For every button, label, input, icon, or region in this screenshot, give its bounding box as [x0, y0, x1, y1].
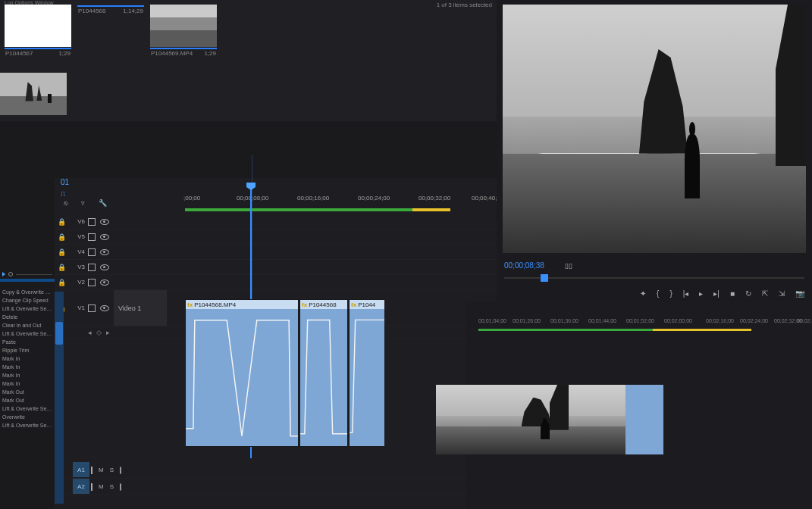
video-clip[interactable]: fxP1044568 [299, 299, 348, 447]
lock-icon[interactable]: 🔒 [55, 218, 68, 226]
sync-lock-icon[interactable] [88, 248, 96, 256]
lock-icon[interactable]: 🔒 [55, 264, 68, 271]
menu-item[interactable]: Clear In and Out [0, 321, 55, 329]
mute-button[interactable]: M [99, 467, 104, 473]
track-row[interactable]: 🔒V5 [55, 230, 497, 245]
track-row[interactable]: 🔒V3 [55, 260, 497, 275]
menu-item[interactable]: Mark Out [0, 388, 55, 396]
sync-lock-icon[interactable] [91, 467, 92, 474]
secondary-clip[interactable] [436, 385, 663, 454]
linked-selection-icon[interactable]: ⎋ [64, 199, 67, 207]
add-marker-icon[interactable]: ✦ [640, 289, 646, 298]
sync-lock-icon[interactable] [88, 233, 96, 241]
lift-icon[interactable]: ⇱ [762, 289, 768, 298]
menu-item[interactable]: Mark In [0, 363, 55, 371]
ruler-tick: 00;02;24;00 [740, 318, 768, 323]
lock-icon[interactable]: 🔒 [55, 279, 68, 286]
timeline-timecode[interactable]: 01 ⎍ [61, 178, 69, 198]
sync-lock-icon[interactable] [91, 483, 92, 491]
eye-icon[interactable] [100, 234, 109, 240]
eye-icon[interactable] [100, 219, 109, 225]
video-clip[interactable]: fxP1044 [349, 299, 385, 447]
audio-track-row[interactable]: M S [55, 479, 497, 495]
voiceover-icon[interactable] [120, 483, 121, 491]
track-label: V4 [68, 248, 88, 255]
program-timecode[interactable]: 00;00;08;38 [504, 261, 544, 270]
track-row[interactable]: 🔒V2 [55, 275, 497, 290]
audio-target[interactable]: A2 [73, 479, 89, 494]
selection-count: 1 of 3 items selected [437, 2, 492, 8]
menu-item[interactable]: Mark In [0, 371, 55, 379]
settings-icon[interactable]: 🔧 [99, 199, 107, 207]
menu-item[interactable]: Lift & Overwrite Selection [0, 304, 55, 313]
next-keyframe-icon[interactable]: ▸ [106, 329, 110, 336]
voiceover-icon[interactable] [120, 467, 121, 474]
eye-icon[interactable] [100, 264, 109, 270]
track-row[interactable]: 🔒V6 [55, 214, 497, 230]
sync-lock-icon[interactable] [88, 264, 96, 271]
context-menu-header [0, 279, 55, 282]
shortcut-search[interactable] [0, 270, 55, 279]
fx-badge-icon: fx [187, 301, 193, 308]
menu-item[interactable]: Lift & Overwrite Selection [0, 404, 55, 413]
lock-icon[interactable]: 🔒 [55, 248, 68, 256]
add-keyframe-icon[interactable]: ◇ [96, 329, 102, 336]
menu-item[interactable]: Change Clip Speed [0, 296, 55, 304]
mark-in-icon[interactable]: { [657, 289, 659, 298]
stop-icon[interactable]: ■ [730, 289, 735, 298]
step-back-icon[interactable]: |◂ [683, 289, 689, 298]
menu-item[interactable]: Ripple Trim [0, 346, 55, 354]
ruler-tick: 00;00;16;00 [297, 195, 329, 201]
play-icon[interactable]: ▸ [699, 289, 703, 298]
menu-item[interactable]: Mark In [0, 354, 55, 363]
export-frame-icon[interactable]: 📷 [795, 289, 804, 298]
audio-target[interactable]: A1 [73, 462, 89, 477]
time-remap-curve[interactable] [300, 309, 347, 443]
program-playhead[interactable] [541, 274, 548, 282]
track-height-slider[interactable] [55, 292, 64, 504]
lock-icon[interactable]: 🔒 [55, 233, 68, 241]
timeline-panel: 01 ⎍ ⎋ ▿ 🔧 ;00;00 00;00;08;00 00;00;16;0… [55, 178, 497, 509]
thumbnail-image [5, 5, 71, 47]
secondary-ruler[interactable]: 00;01;04;00 00;01;28;00 00;01;36;00 00;0… [478, 318, 804, 329]
track-row[interactable]: 🔒V4 [55, 245, 497, 260]
ruler-tick: 00;00;08;00 [237, 195, 268, 201]
menu-item[interactable]: Lift & Overwrite Selection [0, 329, 55, 338]
menu-item[interactable]: Delete [0, 313, 55, 321]
play-stop-icon[interactable]: ▯▯ [565, 262, 572, 270]
audio-track-row[interactable]: M S [55, 462, 497, 479]
mute-button[interactable]: M [99, 483, 104, 490]
project-item[interactable]: P1044569.MP41;29 [150, 5, 217, 57]
program-viewport[interactable] [503, 5, 806, 253]
step-forward-icon[interactable]: ▸| [713, 289, 720, 298]
sync-lock-icon[interactable] [88, 304, 96, 312]
solo-button[interactable]: S [110, 467, 114, 473]
extract-icon[interactable]: ⇲ [779, 289, 785, 298]
timeline-clips[interactable]: fxP1044568.MP4 fxP1044568 fxP1044 [185, 299, 390, 447]
menu-item[interactable]: Overwrite [0, 413, 55, 421]
prev-keyframe-icon[interactable]: ◂ [88, 329, 92, 336]
eye-icon[interactable] [100, 305, 109, 311]
menu-item[interactable]: Lift & Overwrite Selection [0, 421, 55, 429]
menu-item[interactable]: Copy & Overwrite Selection [0, 288, 55, 296]
eye-icon[interactable] [100, 279, 109, 286]
video-clip[interactable]: fxP1044568.MP4 [185, 299, 299, 447]
marker-icon[interactable]: ▿ [81, 199, 85, 207]
program-scrubber[interactable] [504, 273, 804, 283]
time-remap-curve[interactable] [350, 309, 384, 442]
menu-item[interactable]: Mark Out [0, 396, 55, 404]
loop-icon[interactable]: ↻ [745, 289, 751, 298]
eye-icon[interactable] [100, 249, 109, 255]
sync-lock-icon[interactable] [88, 218, 96, 226]
solo-button[interactable]: S [110, 483, 114, 490]
menu-item[interactable]: Mark In [0, 379, 55, 388]
sync-lock-icon[interactable] [88, 279, 96, 286]
project-item[interactable]: P10445681;14;29 [77, 5, 144, 57]
thumbnail-image [150, 5, 217, 47]
menu-item[interactable]: Paste [0, 338, 55, 346]
time-remap-curve[interactable] [186, 309, 298, 446]
ruler-tick: 00;02;00;00 [664, 318, 692, 323]
mark-out-icon[interactable]: } [669, 289, 672, 298]
snap-icon[interactable]: ⎍ [61, 189, 69, 198]
project-item[interactable]: P10445671;29 [5, 5, 71, 57]
